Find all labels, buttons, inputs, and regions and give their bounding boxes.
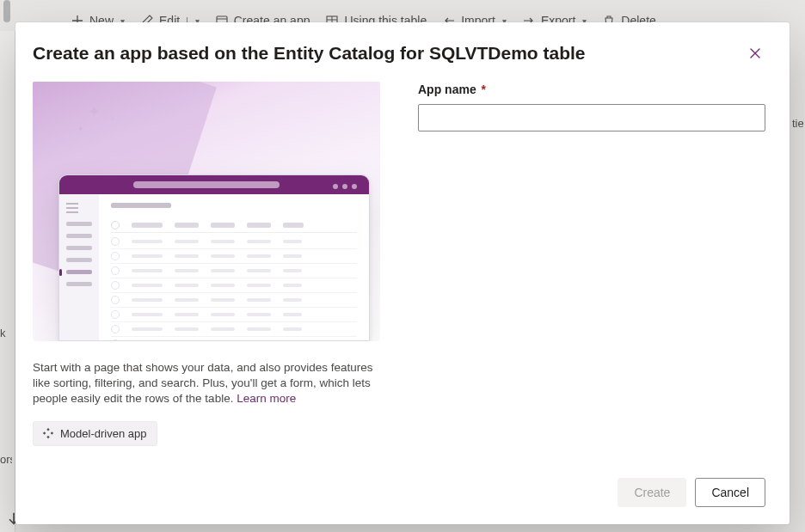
close-button[interactable] [745,43,765,66]
illustration-app-window [58,174,370,341]
create-app-modal: Create an app based on the Entity Catalo… [15,22,790,524]
modal-title: Create an app based on the Entity Catalo… [33,43,586,64]
sparkle-icon: ✦ [77,125,84,133]
app-name-label: App name * [418,83,486,96]
model-driven-icon [42,427,54,439]
close-icon [748,46,762,60]
cancel-button[interactable]: Cancel [695,478,765,507]
badge-label: Model-driven app [60,427,146,440]
app-name-input[interactable] [418,104,765,131]
required-marker: * [482,83,486,96]
create-button[interactable]: Create [618,478,686,507]
sparkle-icon: • [112,116,114,121]
learn-more-link[interactable]: Learn more [237,392,296,405]
description-text: Start with a page that shows your data, … [33,361,372,405]
illustration: ✦ ✦ • [33,82,380,341]
model-driven-badge: Model-driven app [33,421,157,446]
modal-description: Start with a page that shows your data, … [33,360,380,407]
sparkle-icon: ✦ [88,102,101,121]
